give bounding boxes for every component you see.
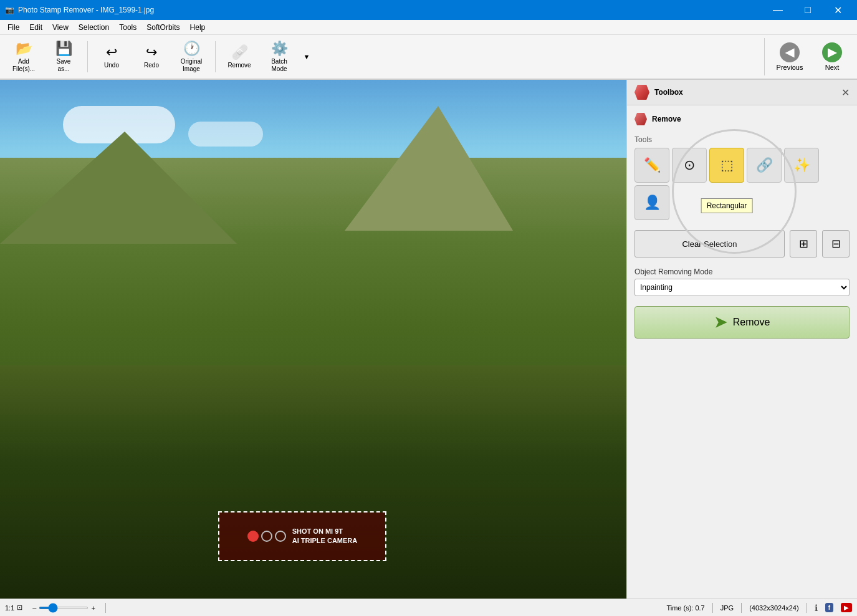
add-files-icon: 📂 <box>16 41 32 57</box>
previous-label: Previous <box>777 64 803 71</box>
mountain-peak-right <box>345 106 513 231</box>
toolbox-title-row: Toolbox <box>634 85 683 100</box>
toolbox-title: Toolbox <box>654 88 683 97</box>
remove-section-title: Remove <box>652 115 681 123</box>
undo-button[interactable]: ↩ Undo <box>93 38 130 75</box>
redo-icon: ↪ <box>146 44 157 60</box>
title-bar-left: 📷 Photo Stamp Remover - IMG_1599-1.jpg <box>5 6 154 14</box>
info-icon-button[interactable]: ℹ <box>815 603 818 613</box>
undo-label: Undo <box>104 62 119 69</box>
status-right: Time (s): 0.7 JPG (4032x3024x24) ℹ f ▶ <box>666 603 852 613</box>
menu-selection[interactable]: Selection <box>74 22 114 33</box>
object-removing-mode-label: Object Removing Mode <box>634 267 850 276</box>
title-bar-controls: — □ ✕ <box>764 0 852 20</box>
watermark-content: SHOT ON MI 9T AI TRIPLE CAMERA <box>219 513 385 560</box>
more-icon: ▼ <box>304 53 310 60</box>
magic-wand-icon: ✨ <box>793 157 810 173</box>
batch-mode-label: BatchMode <box>271 58 287 73</box>
status-separator-1 <box>105 603 106 613</box>
tool-lasso[interactable]: ⊙ <box>672 148 707 183</box>
tool-magic-lasso[interactable]: 🔗 <box>747 148 782 183</box>
tool-pencil[interactable]: ✏️ <box>634 148 669 183</box>
remove-action-label: Remove <box>733 317 770 328</box>
toolbox-panel: Toolbox ✕ Remove Tools ✏️ <box>626 80 857 599</box>
menu-help[interactable]: Help <box>185 22 211 33</box>
wm-red-circle <box>247 531 259 542</box>
add-files-button[interactable]: 📂 AddFile(s)... <box>5 38 42 75</box>
tools-section: Tools ✏️ ⊙ ⬚ Rectangular <box>634 135 850 220</box>
status-zoom: 1:1 ⊡ <box>5 604 22 612</box>
zoom-slider[interactable] <box>39 607 89 609</box>
toolbar-separator-1 <box>87 41 88 72</box>
original-image-label: OriginalImage <box>181 58 202 73</box>
remove-action-button[interactable]: ➤ Remove <box>634 306 850 339</box>
next-button[interactable]: ▶ Next <box>812 37 852 77</box>
shrink-selection-button[interactable]: ⊟ <box>822 230 850 257</box>
remove-button-toolbar[interactable]: 🩹 Remove <box>221 38 258 75</box>
next-arrow-icon: ▶ <box>822 42 842 62</box>
toolbar-separator-3 <box>764 38 765 75</box>
watermark-selection-box[interactable]: SHOT ON MI 9T AI TRIPLE CAMERA <box>218 511 386 561</box>
zoom-slider-container: – + <box>32 604 95 612</box>
menu-edit[interactable]: Edit <box>24 22 47 33</box>
tools-grid: ✏️ ⊙ ⬚ Rectangular 🔗 <box>634 148 850 220</box>
lasso-icon: ⊙ <box>684 157 695 173</box>
remove-toolbar-label: Remove <box>227 62 251 69</box>
maximize-button[interactable]: □ <box>793 0 822 20</box>
save-as-icon: 💾 <box>55 41 72 57</box>
previous-button[interactable]: ◀ Previous <box>770 37 810 77</box>
remove-toolbar-icon: 🩹 <box>231 44 248 60</box>
minimize-button[interactable]: — <box>764 0 792 20</box>
tool-rectangular[interactable]: ⬚ Rectangular <box>709 148 744 183</box>
save-as-label: Saveas... <box>57 58 71 73</box>
menu-softorbits[interactable]: SoftOrbits <box>141 22 184 33</box>
redo-label: Redo <box>144 62 159 69</box>
menu-view[interactable]: View <box>47 22 74 33</box>
close-button[interactable]: ✕ <box>823 0 852 20</box>
tool-stamp[interactable]: 👤 <box>634 185 669 220</box>
expand-selection-icon: ⊞ <box>799 237 808 251</box>
remove-section-icon <box>634 113 647 125</box>
menu-bar: File Edit View Selection Tools SoftOrbit… <box>0 20 857 35</box>
zoom-minus-icon: – <box>32 604 36 612</box>
mountain-scene: SHOT ON MI 9T AI TRIPLE CAMERA <box>0 80 626 599</box>
expand-selection-button[interactable]: ⊞ <box>790 230 817 257</box>
object-removing-mode-section: Object Removing Mode Inpainting Content-… <box>634 267 850 296</box>
facebook-icon-button[interactable]: f <box>825 603 833 612</box>
toolbar-right: ◀ Previous ▶ Next <box>762 37 852 77</box>
watermark-logo <box>247 531 286 542</box>
previous-arrow-icon: ◀ <box>780 42 800 62</box>
wm-dark-circle-2 <box>275 531 286 542</box>
stamp-icon: 👤 <box>644 195 661 211</box>
tool-magic-wand[interactable]: ✨ <box>784 148 819 183</box>
watermark-text: SHOT ON MI 9T AI TRIPLE CAMERA <box>292 527 358 546</box>
watermark-line2: AI TRIPLE CAMERA <box>292 536 358 546</box>
mountain-peak-left <box>0 132 237 244</box>
original-image-button[interactable]: 🕐 OriginalImage <box>173 38 210 75</box>
clear-selection-button[interactable]: Clear Selection <box>634 230 785 257</box>
undo-icon: ↩ <box>106 44 117 60</box>
toolbox-close-button[interactable]: ✕ <box>841 87 850 99</box>
rectangular-tooltip: Rectangular <box>701 198 753 213</box>
remove-section: Remove <box>634 113 850 125</box>
object-removing-mode-select[interactable]: Inpainting Content-Aware Fill Solid Colo… <box>634 279 850 296</box>
batch-mode-button[interactable]: ⚙️ BatchMode <box>261 38 298 75</box>
save-as-button[interactable]: 💾 Saveas... <box>45 38 82 75</box>
add-files-label: AddFile(s)... <box>12 58 35 73</box>
rectangular-icon: ⬚ <box>721 157 734 173</box>
selection-controls: Clear Selection ⊞ ⊟ <box>634 230 850 257</box>
menu-tools[interactable]: Tools <box>114 22 141 33</box>
more-button[interactable]: ▼ <box>300 38 313 75</box>
watermark-line1: SHOT ON MI 9T <box>292 527 358 536</box>
original-image-icon: 🕐 <box>183 41 200 57</box>
image-area[interactable]: SHOT ON MI 9T AI TRIPLE CAMERA <box>0 80 626 599</box>
wm-dark-circle-1 <box>261 531 272 542</box>
redo-button[interactable]: ↪ Redo <box>133 38 170 75</box>
image-dimensions: (4032x3024x24) <box>749 604 799 612</box>
status-separator-3 <box>741 603 742 613</box>
title-bar: 📷 Photo Stamp Remover - IMG_1599-1.jpg —… <box>0 0 857 20</box>
toolbox-body: Remove Tools ✏️ ⊙ ⬚ Recta <box>627 105 857 346</box>
youtube-icon-button[interactable]: ▶ <box>841 603 852 612</box>
menu-file[interactable]: File <box>2 22 24 33</box>
tools-section-label: Tools <box>634 135 850 144</box>
